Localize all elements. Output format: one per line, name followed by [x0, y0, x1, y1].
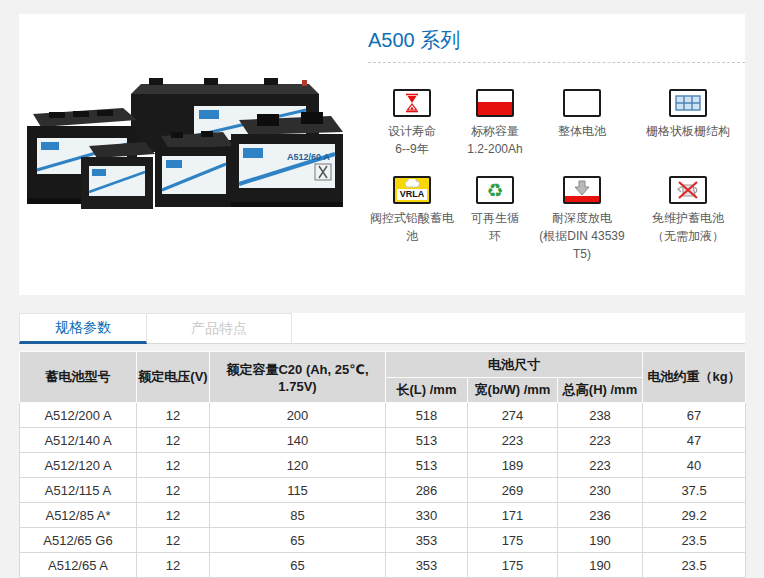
battery-hourglass-icon	[393, 89, 431, 117]
cell-capacity: 140	[210, 428, 386, 453]
battery-model-label: A512/60 A	[287, 152, 330, 162]
battery-grid-plate-icon	[669, 89, 707, 117]
table-row: A512/65 G6 12 65 353 175 190 23.5	[20, 528, 746, 553]
feature-grid-plate: 栅格状板栅结构	[646, 83, 730, 158]
feature-icons-grid: 设计寿命 6--9年 标称容量 1.2-200Ah 整体电池	[368, 83, 745, 263]
cell-width: 223	[468, 428, 558, 453]
col-header-voltage: 额定电压(V)	[137, 352, 210, 403]
cell-length: 513	[386, 428, 468, 453]
divider	[368, 62, 745, 63]
tab-product-features[interactable]: 产品特点	[147, 313, 292, 344]
battery-recycle-icon: ♻	[476, 176, 514, 204]
col-header-height: 总高(H) /mm	[558, 378, 643, 403]
cell-capacity: 65	[210, 553, 386, 578]
table-row: A512/85 A* 12 85 330 171 236 29.2	[20, 503, 746, 528]
feature-label: 可再生循 环	[471, 209, 519, 245]
cell-height: 190	[558, 528, 643, 553]
col-header-model: 蓄电池型号	[20, 352, 137, 403]
cell-height: 236	[558, 503, 643, 528]
cell-length: 286	[386, 478, 468, 503]
cell-model: A512/65 A	[20, 553, 137, 578]
feature-label: 设计寿命 6--9年	[388, 122, 436, 158]
cell-length: 330	[386, 503, 468, 528]
table-row: A512/200 A 12 200 518 274 238 67	[20, 403, 746, 428]
col-header-weight: 电池约重（kg）	[643, 352, 746, 403]
cell-length: 513	[386, 453, 468, 478]
feature-design-life: 设计寿命 6--9年	[388, 83, 436, 158]
cell-model: A512/115 A	[20, 478, 137, 503]
feature-maintenance-free: 免维护蓄电池 （无需加液）	[652, 170, 724, 263]
cell-height: 230	[558, 478, 643, 503]
battery-no-maintenance-icon	[669, 176, 707, 204]
battery-center	[155, 131, 233, 207]
table-row: A512/120 A 12 120 513 189 223 40	[20, 453, 746, 478]
cell-height: 223	[558, 453, 643, 478]
table-row: A512/115 A 12 115 286 269 230 37.5	[20, 478, 746, 503]
table-row: A512/65 A 12 65 353 175 190 23.5	[20, 553, 746, 578]
battery-group-image: A512/60 A	[19, 14, 356, 295]
cell-weight: 23.5	[643, 553, 746, 578]
cell-width: 269	[468, 478, 558, 503]
cell-length: 518	[386, 403, 468, 428]
battery-capacity-icon	[476, 89, 514, 117]
cell-model: A512/200 A	[20, 403, 137, 428]
battery-vrla-icon: VRLA	[393, 176, 431, 204]
cell-weight: 23.5	[643, 528, 746, 553]
cell-voltage: 12	[137, 528, 210, 553]
cell-voltage: 12	[137, 403, 210, 428]
cell-capacity: 120	[210, 453, 386, 478]
vrla-label: VRLA	[397, 189, 427, 200]
feature-label: 耐深度放电 (根据DIN 43539 T5)	[539, 209, 624, 263]
cell-capacity: 200	[210, 403, 386, 428]
feature-deep-discharge: 耐深度放电 (根据DIN 43539 T5)	[539, 170, 624, 263]
spec-table: 蓄电池型号 额定电压(V) 额定容量C20 (Ah, 25℃, 1.75V) 电…	[19, 351, 746, 578]
cell-voltage: 12	[137, 503, 210, 528]
page-title: A500 系列	[368, 26, 745, 54]
cell-model: A512/140 A	[20, 428, 137, 453]
tab-bar-filler	[292, 313, 745, 344]
cell-height: 238	[558, 403, 643, 428]
feature-label: 免维护蓄电池 （无需加液）	[652, 209, 724, 245]
cell-width: 171	[468, 503, 558, 528]
battery-monobloc-icon	[563, 89, 601, 117]
cell-weight: 29.2	[643, 503, 746, 528]
feature-label: 标称容量 1.2-200Ah	[467, 122, 522, 158]
feature-recyclable: ♻ 可再生循 环	[471, 170, 519, 263]
cell-capacity: 65	[210, 528, 386, 553]
cell-width: 274	[468, 403, 558, 428]
table-row: A512/140 A 12 140 513 223 223 47	[20, 428, 746, 453]
cell-voltage: 12	[137, 478, 210, 503]
cell-voltage: 12	[137, 428, 210, 453]
feature-monobloc: 整体电池	[558, 83, 606, 158]
feature-vrla: VRLA 阀控式铅酸蓄电 池	[370, 170, 454, 263]
col-header-width: 宽(b/W) /mm	[468, 378, 558, 403]
battery-right: A512/60 A	[231, 112, 343, 207]
tab-bar: 规格参数 产品特点	[19, 313, 745, 344]
tab-specifications[interactable]: 规格参数	[19, 313, 147, 344]
cell-capacity: 85	[210, 503, 386, 528]
col-header-capacity: 额定容量C20 (Ah, 25℃, 1.75V)	[210, 352, 386, 403]
cell-height: 223	[558, 428, 643, 453]
feature-label: 整体电池	[558, 122, 606, 140]
cell-model: A512/65 G6	[20, 528, 137, 553]
battery-deep-discharge-icon	[563, 176, 601, 204]
cell-length: 353	[386, 553, 468, 578]
col-header-dimensions: 电池尺寸	[386, 352, 643, 378]
cell-capacity: 115	[210, 478, 386, 503]
cell-length: 353	[386, 528, 468, 553]
cell-model: A512/85 A*	[20, 503, 137, 528]
product-overview-card: A512/60 A A500 系列	[19, 14, 745, 295]
cell-weight: 37.5	[643, 478, 746, 503]
cell-voltage: 12	[137, 553, 210, 578]
product-photo: A512/60 A	[19, 14, 356, 295]
cell-voltage: 12	[137, 453, 210, 478]
feature-label: 阀控式铅酸蓄电 池	[370, 209, 454, 245]
cell-width: 175	[468, 553, 558, 578]
cell-weight: 40	[643, 453, 746, 478]
feature-nominal-capacity: 标称容量 1.2-200Ah	[467, 83, 522, 158]
cell-width: 175	[468, 528, 558, 553]
cell-weight: 47	[643, 428, 746, 453]
product-info-panel: A500 系列 设计寿命 6--9年	[368, 26, 745, 263]
feature-label: 栅格状板栅结构	[646, 122, 730, 140]
cell-model: A512/120 A	[20, 453, 137, 478]
